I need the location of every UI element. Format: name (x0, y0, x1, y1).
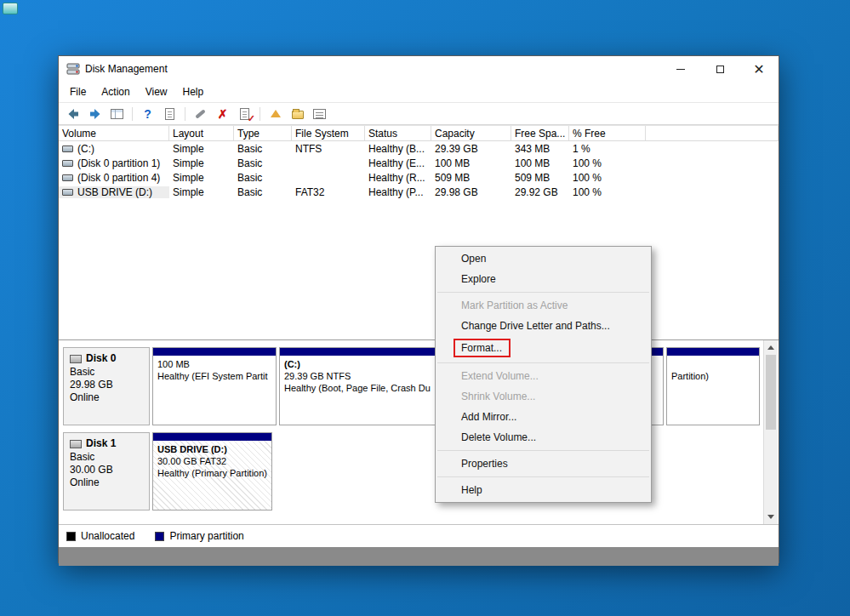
column-capacity[interactable]: Capacity (431, 126, 511, 140)
check-document-icon[interactable]: ✓ (237, 106, 252, 121)
menu-help[interactable]: Help (175, 83, 212, 101)
desktop-icon[interactable] (3, 3, 18, 14)
primary-partition-color-swatch (155, 532, 164, 541)
drive-icon (62, 160, 73, 167)
column-layout[interactable]: Layout (169, 126, 234, 140)
forward-icon[interactable] (88, 106, 102, 121)
cell-capacity: 509 MB (431, 172, 511, 184)
menu-item-open[interactable]: Open (436, 248, 651, 269)
column-volume[interactable]: Volume (59, 126, 169, 140)
partition-health: Healthy (Primary Partition) (157, 467, 267, 479)
disk-management-window: Disk Management ✕ File Action View Help … (58, 55, 779, 563)
toolbar-separator (260, 107, 260, 121)
volume-name: (Disk 0 partition 1) (77, 157, 160, 169)
context-menu: Open Explore Mark Partition as Active Ch… (435, 246, 652, 503)
scroll-up-button[interactable] (764, 340, 778, 355)
menu-item-extend-volume: Extend Volume... (436, 366, 651, 386)
folder-icon[interactable] (290, 106, 305, 121)
cell-layout: Simple (169, 186, 234, 198)
minimize-button[interactable] (661, 56, 700, 82)
cell-layout: Simple (169, 143, 234, 155)
menu-item-delete-volume[interactable]: Delete Volume... (436, 427, 651, 448)
cell-layout: Simple (169, 172, 234, 184)
toolbar: ? ✗ ✓ (59, 102, 779, 125)
cell-pct-free: 1 % (569, 143, 646, 155)
column-pct-free[interactable]: % Free (569, 126, 646, 140)
disk-0-row: Disk 0 Basic 29.98 GB Online 100 MB Heal… (63, 347, 760, 425)
cell-free-space: 509 MB (511, 172, 569, 184)
disk-1-label[interactable]: Disk 1 Basic 30.00 GB Online (63, 432, 150, 510)
menu-item-change-drive-letter[interactable]: Change Drive Letter and Paths... (436, 316, 651, 336)
cell-free-space: 29.92 GB (511, 186, 569, 198)
menu-item-add-mirror[interactable]: Add Mirror... (436, 407, 651, 427)
graphical-view: Disk 0 Basic 29.98 GB Online 100 MB Heal… (59, 339, 779, 566)
disk-0-label[interactable]: Disk 0 Basic 29.98 GB Online (63, 347, 150, 425)
title-bar[interactable]: Disk Management ✕ (59, 56, 779, 82)
menu-item-explore[interactable]: Explore (436, 269, 651, 289)
export-list-icon[interactable] (163, 106, 177, 121)
close-button[interactable]: ✕ (739, 56, 779, 82)
partition-color-bar (153, 348, 276, 356)
cell-layout: Simple (169, 157, 234, 169)
disk-kind: Basic (70, 451, 143, 464)
menu-item-properties[interactable]: Properties (436, 453, 651, 474)
column-free-space[interactable]: Free Spa... (511, 126, 569, 140)
table-row[interactable]: (C:) Simple Basic NTFS Healthy (B... 29.… (59, 141, 779, 156)
cell-free-space: 343 MB (511, 143, 569, 155)
drive-icon (62, 145, 73, 152)
window-bottom-strip (59, 547, 779, 566)
drive-icon (62, 189, 73, 196)
table-row[interactable]: (Disk 0 partition 4) Simple Basic Health… (59, 170, 779, 185)
column-filler (646, 126, 779, 140)
up-arrow-icon[interactable] (268, 106, 282, 121)
cell-pct-free: 100 % (569, 157, 646, 169)
cell-type: Basic (234, 172, 292, 184)
disk-icon (70, 355, 82, 363)
form-view-icon[interactable] (312, 106, 327, 121)
minimize-icon (676, 69, 685, 70)
wrench-icon[interactable] (193, 106, 208, 121)
legend-unallocated: Unallocated (66, 530, 134, 542)
cell-pct-free: 100 % (569, 186, 646, 198)
console-tree-icon[interactable] (110, 106, 124, 121)
column-type[interactable]: Type (234, 126, 292, 140)
format-highlight-box[interactable]: Format... (454, 339, 511, 357)
partition-efi[interactable]: 100 MB Healthy (EFI System Partit (152, 347, 277, 425)
cell-status: Healthy (P... (365, 186, 431, 198)
table-row[interactable]: (Disk 0 partition 1) Simple Basic Health… (59, 156, 779, 170)
disk-status: Online (70, 391, 143, 404)
scrollbar-thumb[interactable] (766, 355, 776, 430)
toolbar-separator (185, 107, 185, 121)
legend: Unallocated Primary partition (59, 524, 779, 547)
partition-color-bar (667, 348, 759, 356)
cell-file-system: NTFS (292, 143, 365, 155)
delete-volume-icon[interactable]: ✗ (215, 106, 230, 121)
column-status[interactable]: Status (365, 126, 431, 140)
partition-recovery[interactable]: Partition) (666, 347, 760, 425)
volume-name: (C:) (77, 143, 94, 155)
disk-size: 29.98 GB (70, 379, 143, 391)
cell-status: Healthy (E... (365, 157, 431, 169)
vertical-scrollbar[interactable] (763, 340, 778, 524)
disk-1-row: Disk 1 Basic 30.00 GB Online USB DRIVE (… (63, 432, 760, 510)
partition-usb-drive[interactable]: USB DRIVE (D:) 30.00 GB FAT32 Healthy (P… (152, 432, 272, 510)
table-row-selected[interactable]: USB DRIVE (D:) Simple Basic FAT32 Health… (59, 185, 779, 199)
maximize-button[interactable] (700, 56, 739, 82)
scroll-down-button[interactable] (764, 510, 778, 524)
menu-action[interactable]: Action (94, 83, 137, 101)
column-file-system[interactable]: File System (292, 126, 365, 140)
back-icon[interactable] (66, 106, 80, 121)
cell-capacity: 29.98 GB (431, 186, 511, 198)
menu-item-format[interactable]: Format... (436, 336, 651, 360)
cell-status: Healthy (B... (365, 143, 431, 155)
disk-name: Disk 1 (86, 437, 116, 450)
partition-health: Healthy (EFI System Partit (157, 370, 271, 382)
help-icon[interactable]: ? (140, 106, 155, 121)
menu-item-help[interactable]: Help (436, 480, 651, 500)
partition-size: 100 MB (157, 358, 271, 370)
menu-view[interactable]: View (138, 83, 175, 101)
menu-file[interactable]: File (62, 83, 94, 101)
disk-status: Online (70, 476, 143, 489)
disk-size: 30.00 GB (70, 464, 143, 476)
desktop: { "window": { "title": "Disk Management"… (0, 0, 850, 616)
